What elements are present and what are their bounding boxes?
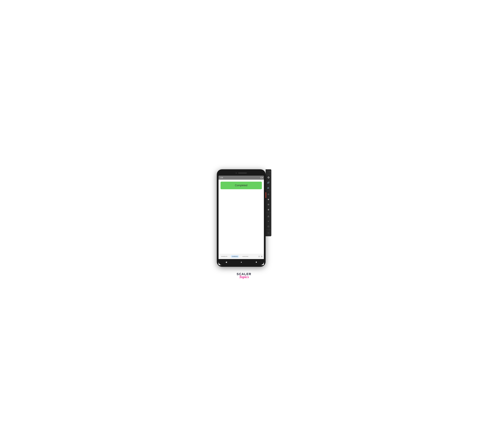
recent-toolbar-icon[interactable]: □ bbox=[266, 224, 271, 229]
tab-addons[interactable]: ADDONS bbox=[241, 255, 249, 258]
completed-button[interactable]: Completed bbox=[221, 182, 262, 189]
battery-icon bbox=[260, 177, 262, 178]
toolbar-divider-top bbox=[266, 174, 271, 174]
screen-expand-icon[interactable]: ⊞ bbox=[261, 256, 262, 257]
bottom-tab-bar: SIDEBAR CANVAS ADDONS ⊡ ⊞ bbox=[219, 254, 264, 259]
scaler-topics-logo: SCALER Topics bbox=[237, 272, 251, 279]
rotate-icon[interactable]: ◇ bbox=[266, 192, 271, 196]
screen-content: Completed bbox=[219, 180, 264, 254]
phone-screen: 1:00 Completed SIDEBAR CANVAS ADDONS ⊡ bbox=[219, 176, 264, 265]
status-time: 1:00 bbox=[220, 177, 223, 178]
tab-items: SIDEBAR CANVAS ADDONS bbox=[220, 255, 249, 258]
minimize-button[interactable]: − bbox=[268, 171, 269, 173]
android-nav-bar: ◀ ● ■ bbox=[219, 259, 264, 265]
camera-icon[interactable]: ⊙ bbox=[266, 202, 271, 207]
phone-camera bbox=[236, 172, 237, 174]
screen-resize-icon[interactable]: ⊡ bbox=[258, 256, 260, 257]
tag-icon[interactable]: ◈ bbox=[266, 197, 271, 201]
tab-icons: ⊡ ⊞ bbox=[258, 256, 262, 257]
nav-recent-button[interactable]: ■ bbox=[256, 261, 257, 263]
volume-up-icon[interactable]: 🔊 bbox=[266, 180, 271, 185]
logo-topics-text: Topics bbox=[239, 275, 249, 279]
more-toolbar-icon[interactable]: ··· bbox=[266, 231, 271, 235]
emulator-container: 1:00 Completed SIDEBAR CANVAS ADDONS ⊡ bbox=[217, 169, 271, 267]
phone-shell: 1:00 Completed SIDEBAR CANVAS ADDONS ⊡ bbox=[217, 169, 265, 267]
emulator-toolbar: − × ⏻ 🔊 🔉 ◇ ◈ ⊙ ⊕ △ ○ □ ··· bbox=[265, 169, 271, 236]
page-wrapper: 1:00 Completed SIDEBAR CANVAS ADDONS ⊡ bbox=[217, 169, 271, 279]
phone-speaker bbox=[238, 172, 247, 174]
nav-home-button[interactable]: ● bbox=[241, 261, 242, 263]
volume-down-icon[interactable]: 🔉 bbox=[266, 185, 271, 190]
home-toolbar-icon[interactable]: ○ bbox=[266, 219, 271, 224]
close-button[interactable]: × bbox=[270, 171, 271, 173]
phone-top-bar bbox=[219, 171, 264, 175]
toolbar-divider-1 bbox=[266, 191, 271, 191]
tab-sidebar[interactable]: SIDEBAR bbox=[220, 255, 229, 258]
volume-side-button[interactable] bbox=[265, 192, 266, 198]
tab-canvas[interactable]: CANVAS bbox=[231, 255, 239, 258]
power-icon[interactable]: ⏻ bbox=[266, 175, 271, 180]
window-controls: − × bbox=[265, 170, 271, 173]
nav-back-button[interactable]: ◀ bbox=[225, 261, 227, 263]
zoom-icon[interactable]: ⊕ bbox=[266, 207, 271, 212]
back-toolbar-icon[interactable]: △ bbox=[266, 214, 271, 218]
status-bar: 1:00 bbox=[219, 176, 264, 180]
